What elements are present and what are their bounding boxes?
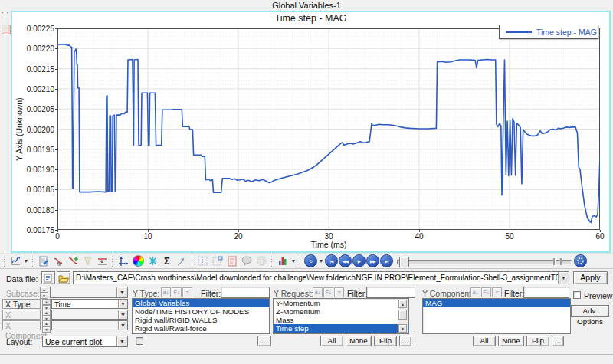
sort-alpha-icon[interactable]: a↓ xyxy=(313,287,323,297)
flatten-curve-icon[interactable] xyxy=(95,254,109,268)
scroll-up-icon[interactable]: ▲ xyxy=(398,300,407,308)
toolbar-grip[interactable] xyxy=(111,256,114,267)
last-frame-button[interactable]: ▶| xyxy=(380,254,393,267)
add-curve-icon[interactable] xyxy=(66,254,80,268)
x-type-cell[interactable]: X Type: xyxy=(2,299,41,309)
play-button[interactable]: ▶ xyxy=(352,254,366,267)
distribution-dropdown-icon[interactable]: ▾ xyxy=(290,257,297,264)
annotation-icon[interactable] xyxy=(240,254,254,268)
y-request-list[interactable]: ▲ ▼ Y-MomentumZ-MomentumMassTime step xyxy=(273,298,409,334)
scroll-down-icon[interactable]: ▼ xyxy=(398,324,407,333)
define-curves-icon[interactable] xyxy=(37,254,51,268)
list-view-icon[interactable]: ≡ xyxy=(492,287,502,297)
animation-mode-dropdown-icon[interactable]: ▾ xyxy=(318,257,324,264)
layout-combobox[interactable]: Use current plot ▼ xyxy=(42,336,128,347)
list-item[interactable]: Node/TIME HISTORY OF NODES xyxy=(133,307,269,316)
x-type-stepper[interactable]: ▲▼ xyxy=(42,299,51,309)
cursor-icon[interactable] xyxy=(175,254,188,268)
distribution-icon[interactable] xyxy=(276,254,290,268)
first-frame-button[interactable]: |◀ xyxy=(325,254,338,267)
layout-more-button[interactable]: ... xyxy=(257,336,271,346)
toolbar-grip[interactable] xyxy=(3,256,6,267)
y-type-list[interactable]: Global VariablesNode/TIME HISTORY OF NOD… xyxy=(132,298,270,334)
frame-slider-thumb[interactable] xyxy=(399,257,409,267)
y-component-none-button[interactable]: None xyxy=(498,336,524,346)
legend[interactable]: Time step - MAG xyxy=(499,25,598,39)
subcase-combobox[interactable]: ▼ xyxy=(50,287,128,298)
data-file-combobox[interactable]: D:\Masters_CAE\Crash worthiness\Model do… xyxy=(73,271,569,284)
y-tick-label: 0.00175 xyxy=(18,226,54,234)
sort-type-icon[interactable]: F↓ xyxy=(481,287,491,297)
data-file-dropdown-icon[interactable]: ▼ xyxy=(558,272,569,284)
frame-slider[interactable] xyxy=(397,256,570,267)
layout-checkbox[interactable] xyxy=(136,337,143,345)
page-icon[interactable] xyxy=(225,254,239,268)
unit-scale-icon[interactable] xyxy=(146,254,159,268)
color-palette-icon[interactable] xyxy=(131,254,145,268)
subcase-dropdown-icon[interactable]: ▼ xyxy=(116,287,127,297)
scrollbar-thumb[interactable] xyxy=(398,310,407,320)
sort-alpha-icon[interactable]: a↓ xyxy=(161,287,171,297)
x-component-cell: X Component xyxy=(2,320,41,330)
file-info-button[interactable] xyxy=(41,271,55,284)
y-tick-mark xyxy=(55,210,57,211)
y-tick-mark xyxy=(55,48,57,49)
y-component-more-button[interactable]: ... xyxy=(552,336,564,346)
curve-math-icon[interactable]: fx xyxy=(51,254,65,268)
y-request-none-button[interactable]: None xyxy=(346,336,372,346)
y-tick-mark xyxy=(55,109,57,110)
list-view-icon[interactable]: ≡ xyxy=(182,287,192,297)
x-type-dropdown-icon[interactable]: ▼ xyxy=(118,300,127,308)
list-item[interactable]: Y-Momentum xyxy=(274,299,408,307)
list-item[interactable]: Global Variables xyxy=(133,299,269,307)
preview-checkbox[interactable] xyxy=(573,291,581,299)
y-request-all-button[interactable]: All xyxy=(320,336,343,346)
x-tick-mark xyxy=(148,230,149,232)
layout-grid-icon[interactable] xyxy=(196,254,210,268)
layout-value: Use current plot xyxy=(43,337,116,346)
toolbar-grip[interactable] xyxy=(299,256,302,267)
layout-dropdown-icon[interactable]: ▼ xyxy=(116,336,127,346)
list-item[interactable]: Time step xyxy=(274,324,408,333)
subcase-stepper[interactable]: ▲▼ xyxy=(40,287,48,298)
toolbar-grip[interactable] xyxy=(191,256,194,267)
list-item[interactable]: Rigid wall/Rwall-force xyxy=(133,324,269,333)
apply-button[interactable]: Apply xyxy=(573,271,608,284)
y-request-flip-button[interactable]: Flip xyxy=(374,336,397,346)
list-view-icon[interactable]: ≡ xyxy=(334,287,344,297)
y-component-list[interactable]: MAG xyxy=(422,298,571,334)
rewind-button[interactable]: ◀◀ xyxy=(339,254,352,267)
fast-forward-button[interactable]: ▶▶ xyxy=(366,254,379,267)
grip-dots-icon[interactable] xyxy=(2,11,9,15)
y-component-all-button[interactable]: All xyxy=(473,336,496,346)
sort-type-icon[interactable]: F↓ xyxy=(323,287,333,297)
list-item[interactable]: Rigid wall/RIGID WALLS xyxy=(133,316,269,324)
sort-type-icon[interactable]: F↓ xyxy=(172,287,182,297)
build-plots-dropdown-icon[interactable]: ▾ xyxy=(23,257,29,264)
list-item[interactable]: Mass xyxy=(274,316,408,324)
list-item[interactable]: Z-Momentum xyxy=(274,307,408,316)
page-thumbnail-icon[interactable] xyxy=(2,25,11,34)
build-plots-icon[interactable] xyxy=(8,254,22,268)
data-file-path: D:\Masters_CAE\Crash worthiness\Model do… xyxy=(74,274,558,282)
frame-slider-track[interactable] xyxy=(397,260,572,264)
sort-alpha-icon[interactable]: a↓ xyxy=(470,287,480,297)
y-request-more-button[interactable]: ... xyxy=(399,336,411,346)
y-component-filter-input[interactable] xyxy=(523,287,569,298)
open-file-button[interactable] xyxy=(57,271,70,284)
x-type-combobox[interactable]: Time ▼ xyxy=(51,299,128,309)
y-request-scrollbar[interactable]: ▲ ▼ xyxy=(398,300,408,333)
x-tick-label: 20 xyxy=(227,232,250,241)
sum-icon[interactable]: Σ xyxy=(160,254,174,268)
list-item[interactable]: MAG xyxy=(423,299,570,307)
adv-options-button[interactable]: Adv. Options xyxy=(571,305,609,317)
animation-settings-button[interactable] xyxy=(574,254,587,267)
toolbar-grip[interactable] xyxy=(270,256,274,267)
y-component-flip-button[interactable]: Flip xyxy=(526,336,549,346)
animation-mode-button[interactable]: ↻ xyxy=(304,254,317,267)
y-type-filter-input[interactable] xyxy=(221,287,270,298)
layout-pages-icon[interactable] xyxy=(211,254,225,268)
axes-icon[interactable] xyxy=(116,254,130,268)
toolbar-grip[interactable] xyxy=(31,256,34,267)
y-request-filter-input[interactable] xyxy=(366,287,415,298)
